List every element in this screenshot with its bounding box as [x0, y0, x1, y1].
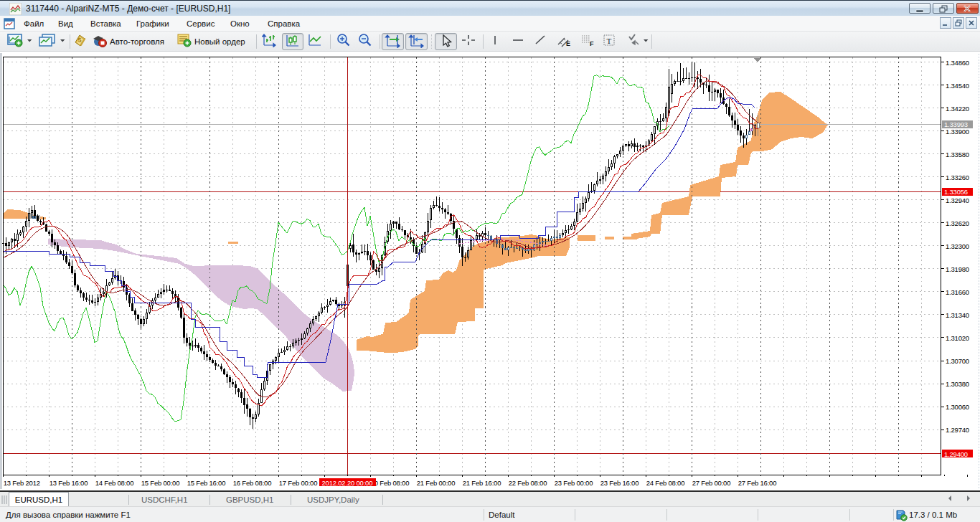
svg-text:1.33993: 1.33993: [944, 120, 968, 128]
svg-text:1.30700: 1.30700: [946, 357, 969, 365]
svg-text:27 Feb 00:00: 27 Feb 00:00: [692, 479, 731, 487]
svg-text:2012.02.20 00:00: 2012.02.20 00:00: [322, 479, 373, 487]
svg-text:1.31020: 1.31020: [946, 334, 969, 342]
svg-text:15 Feb 00:00: 15 Feb 00:00: [141, 479, 180, 487]
svg-text:1.34540: 1.34540: [946, 82, 969, 90]
svg-text:1.32620: 1.32620: [946, 219, 969, 227]
svg-text:14 Feb 08:00: 14 Feb 08:00: [95, 479, 134, 487]
svg-text:27 Feb 16:00: 27 Feb 16:00: [738, 479, 777, 487]
svg-text:1.31660: 1.31660: [946, 288, 969, 296]
svg-text:1.31340: 1.31340: [946, 311, 969, 319]
svg-text:21 Feb 00:00: 21 Feb 00:00: [417, 479, 456, 487]
svg-text:5: 5: [78, 37, 82, 44]
svg-text:13 Feb 2012: 13 Feb 2012: [4, 479, 40, 487]
svg-text:13 Feb 16:00: 13 Feb 16:00: [50, 479, 88, 487]
svg-text:24 Feb 08:00: 24 Feb 08:00: [646, 479, 685, 487]
svg-text:1.33580: 1.33580: [946, 151, 969, 158]
svg-text:1.31980: 1.31980: [946, 265, 969, 273]
svg-text:1.32300: 1.32300: [946, 242, 969, 250]
svg-text:1.29400: 1.29400: [944, 450, 968, 458]
svg-text:1.34220: 1.34220: [946, 105, 969, 113]
svg-text:1.33260: 1.33260: [946, 174, 969, 181]
svg-text:1.30380: 1.30380: [946, 380, 969, 388]
svg-text:17 Feb 00:00: 17 Feb 00:00: [279, 479, 318, 487]
svg-text:20 Feb 08:00: 20 Feb 08:00: [371, 479, 410, 487]
svg-text:T: T: [607, 37, 612, 45]
svg-text:1.34860: 1.34860: [946, 59, 969, 67]
svg-text:23 Feb 16:00: 23 Feb 16:00: [600, 479, 639, 487]
svg-text:22 Feb 08:00: 22 Feb 08:00: [509, 479, 547, 487]
svg-text:E: E: [566, 40, 570, 47]
svg-text:1.30060: 1.30060: [946, 403, 969, 411]
svg-text:16 Feb 08:00: 16 Feb 08:00: [233, 479, 272, 487]
svg-text:15 Feb 16:00: 15 Feb 16:00: [187, 479, 226, 487]
svg-text:1.33056: 1.33056: [944, 188, 968, 196]
svg-text:F: F: [590, 40, 594, 47]
svg-text:21 Feb 16:00: 21 Feb 16:00: [463, 479, 501, 487]
svg-text:23 Feb 00:00: 23 Feb 00:00: [555, 479, 593, 487]
svg-text:1.32940: 1.32940: [946, 196, 969, 204]
svg-text:1.29740: 1.29740: [946, 426, 969, 434]
svg-text:1.33900: 1.33900: [946, 128, 969, 136]
